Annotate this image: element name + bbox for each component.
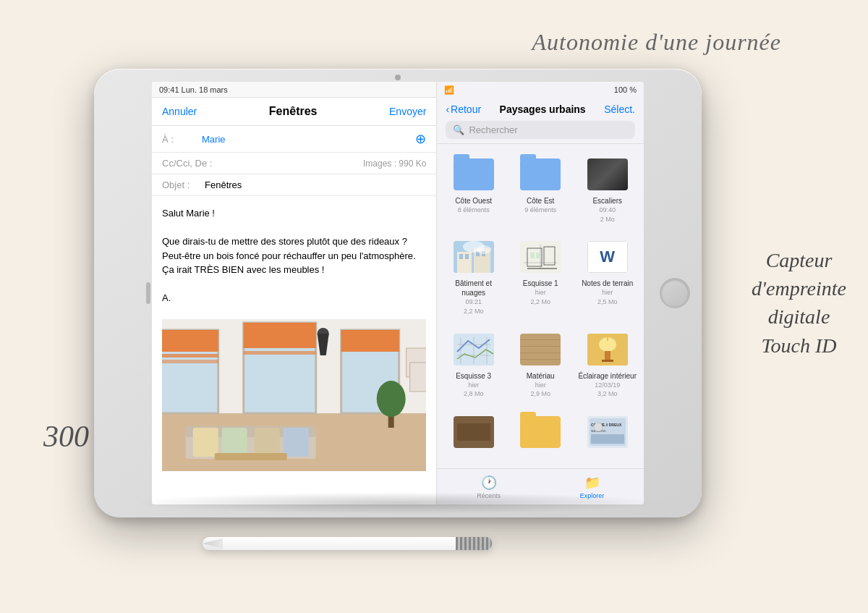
front-camera [395,75,401,80]
file-meta-esquisse1: hier2,2 Mo [530,288,550,306]
pencil-tip [203,538,223,549]
attachments-size: Images : 990 Ko [363,158,426,169]
recents-icon: 🕐 [481,475,497,491]
thumb-esquisse3 [454,334,494,365]
back-button[interactable]: ‹ Retour [446,103,481,115]
email-pane: 09:41 Lun. 18 mars Annuler Fenêtres Envo… [152,82,437,504]
subject-value: Fenêtres [205,179,242,190]
status-time: 09:41 Lun. 18 mars [159,85,228,94]
send-button[interactable]: Envoyer [389,106,426,117]
svg-rect-15 [193,428,218,457]
file-name-eclairage: Éclairage intérieur [578,371,637,381]
file-name-batiment: Bâtiment et nuages [443,279,504,297]
file-name-esquisse3: Esquisse 3 [456,371,491,381]
folder-icon-cote-est [520,158,561,190]
to-field[interactable]: À : Marie ⊕ [152,126,436,153]
folder-yellow-icon [520,416,561,448]
file-name-esquisse1: Esquisse 1 [523,279,558,288]
touch-id-label: Capteurd'empreintedigitaleTouch ID [752,246,846,360]
search-bar[interactable]: 🔍 Rechercher [446,121,635,139]
files-nav: ‹ Retour Paysages urbains Sélect. 🔍 Rech… [437,98,644,144]
svg-rect-8 [244,351,316,355]
search-placeholder: Rechercher [469,124,517,135]
select-button[interactable]: Sélect. [604,103,635,115]
file-item-partial1[interactable] [440,407,507,462]
thumb-escaliers [587,158,628,190]
svg-point-59 [594,423,603,431]
add-recipient-button[interactable]: ⊕ [415,131,426,147]
email-status-bar: 09:41 Lun. 18 mars [152,82,436,98]
thumb-batiment [454,241,494,273]
file-meta-batiment: 09:212,2 Mo [464,297,484,316]
svg-point-32 [477,245,491,254]
search-icon: 🔍 [453,124,464,135]
back-label: Retour [451,103,481,115]
svg-rect-58 [591,434,624,444]
file-meta-cote-ouest: 8 éléments [458,206,490,215]
cancel-button[interactable]: Annuler [162,106,197,117]
thumb-notes: W [587,241,628,273]
thumb-materiau [520,334,561,365]
ipad-screen: 09:41 Lun. 18 mars Annuler Fenêtres Envo… [152,82,644,504]
file-name-materiau: Matériau [527,371,555,381]
thumb-mag: COMME // DREUX MAGAZINE [587,416,628,448]
ipad-body: 09:41 Lun. 18 mars Annuler Fenêtres Envo… [94,69,702,517]
file-meta-escaliers: 09:402 Mo [599,206,616,224]
signature: A. [162,291,426,305]
svg-rect-7 [244,323,316,348]
side-button[interactable] [146,282,150,304]
svg-rect-37 [530,253,535,258]
home-button[interactable] [660,278,690,308]
file-item-batiment[interactable]: Bâtiment et nuages 09:212,2 Mo [440,232,507,324]
files-battery: 100 % [614,85,637,94]
svg-rect-17 [255,428,280,457]
attached-image [162,319,426,471]
greeting: Salut Marie ! [162,206,426,221]
file-item-esquisse3[interactable]: Esquisse 3 hier2,8 Mo [440,325,507,407]
file-item-escaliers[interactable]: Escaliers 09:402 Mo [574,150,641,232]
file-item-notes[interactable]: W Notes de terrain hier2,5 Mo [574,232,641,324]
svg-rect-38 [536,253,540,258]
body-text: Que dirais-tu de mettre des stores plutô… [162,234,426,277]
cc-field[interactable]: Cc/Cci, De : Images : 990 Ko [152,153,436,174]
files-pane: 📶 100 % ‹ Retour Paysages urbains Sélect… [437,82,644,504]
subject-label: Objet : [162,179,202,190]
apple-pencil [203,515,521,573]
svg-rect-4 [162,354,218,358]
thumb-esquisse1 [520,241,561,273]
chevron-left-icon: ‹ [446,103,449,115]
file-item-partial2[interactable] [507,407,574,462]
file-item-materiau[interactable]: Matériau hier2,9 Mo [507,325,574,407]
file-item-partial3[interactable]: COMME // DREUX MAGAZINE [574,407,641,462]
file-item-esquisse1[interactable]: Esquisse 1 hier2,2 Mo [507,232,574,324]
file-name-escaliers: Escaliers [592,196,622,206]
svg-rect-28 [465,254,469,259]
email-subject-header: Fenêtres [269,105,318,118]
file-meta-esquisse3: hier2,8 Mo [464,381,484,399]
pencil-connector [456,537,492,550]
svg-rect-50 [605,351,610,360]
pencil-white-body [223,537,456,550]
to-value: Marie [202,134,226,145]
files-wifi-icon: 📶 [444,85,454,95]
subject-field[interactable]: Objet : Fenêtres [152,174,436,196]
file-item-cote-ouest[interactable]: Côte Ouest 8 éléments [440,150,507,232]
file-meta-eclairage: 12/03/193,2 Mo [595,381,620,399]
to-label: À : [162,134,202,145]
file-meta-notes: hier2,5 Mo [597,288,618,306]
email-body[interactable]: Salut Marie ! Que dirais-tu de mettre de… [152,196,436,504]
file-meta-cote-est: 9 éléments [524,206,556,215]
ipad-shadow [130,492,665,514]
files-status-bar: 📶 100 % [437,82,644,98]
svg-rect-53 [457,423,490,441]
email-header: Annuler Fenêtres Envoyer [152,98,436,126]
svg-rect-18 [284,428,309,457]
file-name-cote-est: Côte Est [527,196,554,206]
file-item-cote-est[interactable]: Côte Est 9 éléments [507,150,574,232]
pencil-body [203,537,492,550]
file-item-eclairage[interactable]: Éclairage intérieur 12/03/193,2 Mo [574,325,641,407]
files-folder-title: Paysages urbains [500,103,586,115]
file-meta-materiau: hier2,9 Mo [530,381,550,399]
thumb-eclairage [587,334,628,365]
svg-rect-27 [459,254,463,259]
